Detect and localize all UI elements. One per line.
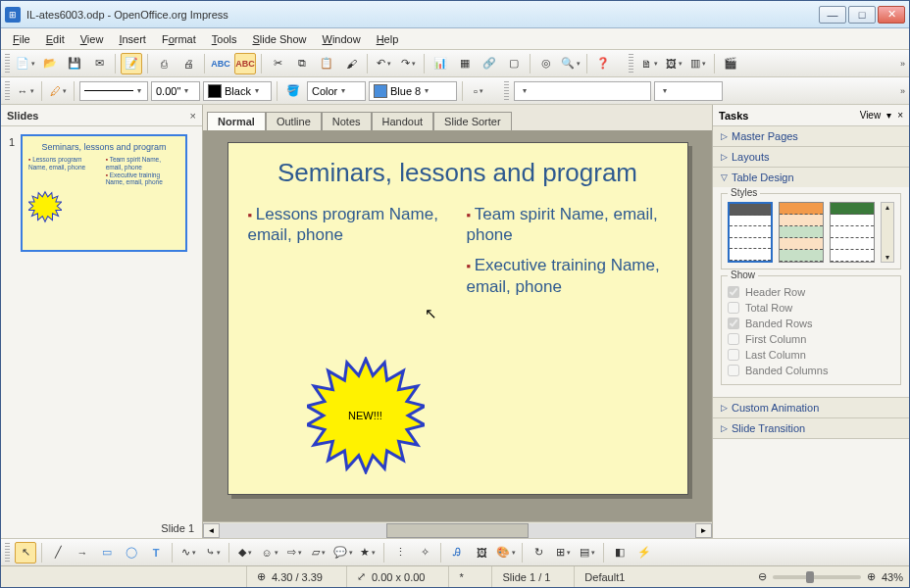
menu-tools[interactable]: Tools (204, 31, 245, 47)
stars-tool[interactable]: ★ (357, 542, 379, 564)
curve-tool[interactable]: ∿ (177, 542, 199, 564)
tab-slide-sorter[interactable]: Slide Sorter (433, 112, 511, 131)
export-pdf-button[interactable]: ⎙ (153, 53, 175, 74)
menu-slideshow[interactable]: Slide Show (244, 31, 314, 47)
align-tool[interactable]: ⊞ (552, 542, 574, 564)
slide[interactable]: Seminars, lessons and program Lessons pr… (228, 142, 688, 495)
save-button[interactable]: 💾 (64, 53, 85, 74)
slide-canvas[interactable]: Seminars, lessons and program Lessons pr… (203, 130, 712, 521)
toolbar-grip-2[interactable] (629, 54, 633, 74)
status-master[interactable]: Default1 (574, 566, 634, 587)
menu-view[interactable]: View (73, 31, 112, 47)
copy-button[interactable]: ⧉ (291, 53, 313, 74)
extrusion-tool[interactable]: ◧ (609, 542, 631, 564)
scroll-thumb[interactable] (386, 523, 530, 538)
line-width-field[interactable]: 0.00" (151, 81, 200, 101)
arrow-style-button[interactable]: ↔ (15, 80, 36, 102)
section-table-design[interactable]: ▽Table Design (713, 168, 909, 187)
flowcharts-tool[interactable]: ▱ (308, 542, 329, 564)
hyperlink-button[interactable]: 🔗 (479, 53, 500, 74)
table-style-swatch[interactable] (830, 202, 875, 263)
minimize-button[interactable]: — (819, 6, 846, 24)
spellcheck-button[interactable]: ABC (210, 53, 231, 74)
rotate-tool[interactable]: ↻ (528, 542, 549, 564)
paste-button[interactable]: 📋 (316, 53, 337, 74)
section-layouts[interactable]: ▷Layouts (713, 147, 909, 167)
menu-window[interactable]: Window (315, 31, 369, 47)
arrange-tool[interactable]: ▤ (577, 542, 598, 564)
check-total-row[interactable]: Total Row (728, 300, 894, 316)
tab-notes[interactable]: Notes (322, 112, 372, 131)
horizontal-scrollbar[interactable]: ◄ ► (203, 521, 712, 538)
table-button[interactable]: ▦ (454, 53, 476, 74)
presentation-button[interactable]: 🎬 (720, 53, 741, 74)
interaction-tool[interactable]: ⚡ (633, 542, 655, 564)
shadow-button[interactable]: ▫ (468, 80, 489, 102)
glue-points-tool[interactable]: ✧ (414, 542, 435, 564)
section-slide-transition[interactable]: ▷Slide Transition (713, 418, 909, 438)
fontwork-tool[interactable]: Ꭿ (446, 542, 468, 564)
slide-design-button[interactable]: 🖼 (663, 53, 684, 74)
undo-button[interactable]: ↶ (373, 53, 394, 74)
basic-shapes-tool[interactable]: ◆ (234, 542, 256, 564)
ellipse-tool[interactable]: ◯ (121, 542, 142, 564)
chart-button[interactable]: 📊 (430, 53, 451, 74)
close-button[interactable]: ✕ (878, 6, 905, 24)
line-color-select[interactable]: Black (203, 81, 272, 101)
text-tool[interactable]: T (145, 542, 167, 564)
check-banded-columns[interactable]: Banded Columns (728, 363, 894, 378)
toolbar-grip-5[interactable] (5, 543, 10, 563)
redo-button[interactable]: ↷ (397, 53, 419, 74)
block-arrows-tool[interactable]: ⇨ (283, 542, 305, 564)
from-file-button[interactable]: 🖼 (471, 542, 492, 564)
menu-format[interactable]: Format (154, 31, 204, 47)
line-pattern-select[interactable] (79, 81, 148, 101)
menu-file[interactable]: File (5, 31, 38, 47)
tab-handout[interactable]: Handout (372, 112, 434, 131)
star-shape[interactable]: NEW!!! (307, 357, 425, 474)
styles-scrollbar[interactable]: ▴▾ (881, 202, 894, 263)
navigator-button[interactable]: ◎ (535, 53, 557, 74)
help-button[interactable]: ❓ (592, 53, 614, 74)
table-style-swatch[interactable] (728, 202, 773, 263)
line-tool[interactable]: ╱ (47, 542, 69, 564)
fill-color-select[interactable]: Blue 8 (369, 81, 457, 101)
gallery-button[interactable]: 🎨 (495, 542, 517, 564)
maximize-button[interactable]: □ (848, 6, 876, 24)
print-button[interactable]: 🖨 (177, 53, 199, 74)
points-tool[interactable]: ⋮ (389, 542, 411, 564)
connector-tool[interactable]: ⤷ (202, 542, 224, 564)
edit-file-button[interactable]: 📝 (121, 53, 142, 74)
cut-button[interactable]: ✂ (267, 53, 288, 74)
menu-help[interactable]: Help (369, 31, 407, 47)
slide-layout-button[interactable]: ▥ (687, 53, 709, 74)
slides-panel-close-icon[interactable]: × (190, 110, 196, 122)
toolbar-grip[interactable] (5, 54, 10, 74)
font-select[interactable] (654, 81, 723, 101)
new-doc-button[interactable]: 📄 (15, 53, 36, 74)
styles-select[interactable] (514, 81, 651, 101)
scroll-left-button[interactable]: ◄ (203, 523, 220, 538)
slide-insert-button[interactable]: 🗎 (638, 53, 660, 74)
toolbar-grip-4[interactable] (504, 81, 509, 101)
select-tool[interactable]: ↖ (15, 542, 36, 564)
check-first-column[interactable]: First Column (728, 331, 894, 347)
bullet-item[interactable]: Lessons program Name, email, phone (248, 204, 449, 246)
tab-outline[interactable]: Outline (266, 112, 322, 131)
format-paintbrush-button[interactable]: 🖌 (340, 53, 362, 74)
zoom-slider[interactable] (773, 575, 861, 579)
table-style-swatch[interactable] (779, 202, 824, 263)
section-custom-animation[interactable]: ▷Custom Animation (713, 398, 909, 417)
zoom-out-button[interactable]: ⊖ (758, 570, 767, 583)
toolbar-overflow-icon[interactable]: » (900, 59, 905, 69)
slide-title[interactable]: Seminars, lessons and program (248, 159, 668, 188)
area-button[interactable]: 🪣 (282, 80, 304, 102)
email-button[interactable]: ✉ (88, 53, 110, 74)
fill-type-select[interactable]: Color (307, 81, 366, 101)
slideshow-button[interactable]: ▢ (503, 53, 525, 74)
check-last-column[interactable]: Last Column (728, 347, 894, 363)
line-style-button[interactable]: 🖊 (47, 80, 69, 102)
menu-edit[interactable]: Edit (38, 31, 73, 47)
check-header-row[interactable]: Header Row (728, 284, 894, 300)
toolbar-grip-3[interactable] (5, 81, 10, 101)
